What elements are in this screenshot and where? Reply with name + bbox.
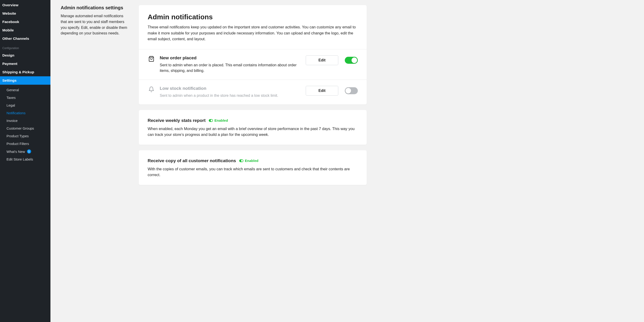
notification-row-low-stock: Low stock notification Sent to admin whe…: [139, 80, 367, 105]
intro-desc: Manage automated email notifications tha…: [61, 13, 130, 36]
intro-title: Admin notifications settings: [61, 5, 130, 11]
toggle-low-stock[interactable]: [345, 87, 358, 94]
toggle-on-icon: [209, 119, 213, 122]
edit-low-stock-button[interactable]: Edit: [306, 86, 338, 96]
subnav-legal[interactable]: Legal: [0, 101, 50, 109]
weekly-stats-status-label: Enabled: [214, 118, 228, 122]
subnav-general[interactable]: General: [0, 86, 50, 94]
nav-mobile[interactable]: Mobile: [0, 26, 50, 35]
main-content: Admin notifications settings Manage auto…: [50, 0, 644, 322]
subnav-product-filters[interactable]: Product Filters: [0, 140, 50, 148]
shopping-bag-icon: [148, 55, 155, 62]
subnav-whats-new[interactable]: What's New 1: [0, 148, 50, 155]
copy-notifications-card: Receive copy of all customer notificatio…: [139, 150, 367, 185]
nav-facebook[interactable]: Facebook: [0, 18, 50, 26]
new-order-desc: Sent to admin when an order is placed. T…: [160, 62, 301, 74]
admin-notifications-lead: These email notifications keep you updat…: [148, 24, 358, 42]
settings-subnav: General Taxes Legal Notifications Invoic…: [0, 85, 50, 164]
nav-design[interactable]: Design: [0, 51, 50, 60]
subnav-product-types[interactable]: Product Types: [0, 132, 50, 140]
nav-payment[interactable]: Payment: [0, 60, 50, 68]
weekly-stats-title: Receive weekly stats report: [148, 118, 206, 123]
edit-new-order-button[interactable]: Edit: [306, 55, 338, 65]
content-column: Admin notifications These email notifica…: [139, 5, 367, 315]
weekly-stats-status: Enabled: [209, 118, 228, 122]
notification-row-new-order: New order placed Sent to admin when an o…: [139, 49, 367, 80]
admin-notifications-card: Admin notifications These email notifica…: [139, 5, 367, 105]
nav-other-channels[interactable]: Other Channels: [0, 35, 50, 43]
copy-notifications-status-label: Enabled: [245, 159, 258, 163]
copy-notifications-desc: With the copies of customer emails, you …: [148, 166, 358, 178]
whats-new-badge: 1: [27, 149, 31, 154]
nav-settings[interactable]: Settings: [0, 76, 50, 85]
weekly-stats-desc: When enabled, each Monday you get an ema…: [148, 126, 358, 138]
copy-notifications-status: Enabled: [239, 159, 258, 163]
nav-website[interactable]: Website: [0, 9, 50, 18]
subnav-customer-groups[interactable]: Customer Groups: [0, 125, 50, 132]
subnav-whats-new-label: What's New: [6, 150, 25, 154]
admin-notifications-heading: Admin notifications: [148, 13, 358, 21]
nav-overview[interactable]: Overview: [0, 1, 50, 9]
toggle-on-icon: [239, 159, 244, 162]
subnav-notifications[interactable]: Notifications: [0, 109, 50, 117]
sidebar: Overview Website Facebook Mobile Other C…: [0, 0, 50, 322]
low-stock-title: Low stock notification: [160, 86, 301, 91]
subnav-invoice[interactable]: Invoice: [0, 117, 50, 125]
weekly-stats-card: Receive weekly stats report Enabled When…: [139, 110, 367, 145]
low-stock-desc: Sent to admin when a product in the stor…: [160, 93, 301, 98]
intro-panel: Admin notifications settings Manage auto…: [61, 5, 130, 315]
toggle-new-order[interactable]: [345, 57, 358, 64]
nav-shipping-pickup[interactable]: Shipping & Pickup: [0, 68, 50, 76]
copy-notifications-title: Receive copy of all customer notificatio…: [148, 158, 236, 163]
bell-icon: [148, 86, 155, 92]
new-order-title: New order placed: [160, 55, 301, 61]
subnav-edit-store-labels[interactable]: Edit Store Labels: [0, 155, 50, 163]
subnav-taxes[interactable]: Taxes: [0, 94, 50, 101]
nav-section-configuration: Configuration: [0, 43, 50, 51]
